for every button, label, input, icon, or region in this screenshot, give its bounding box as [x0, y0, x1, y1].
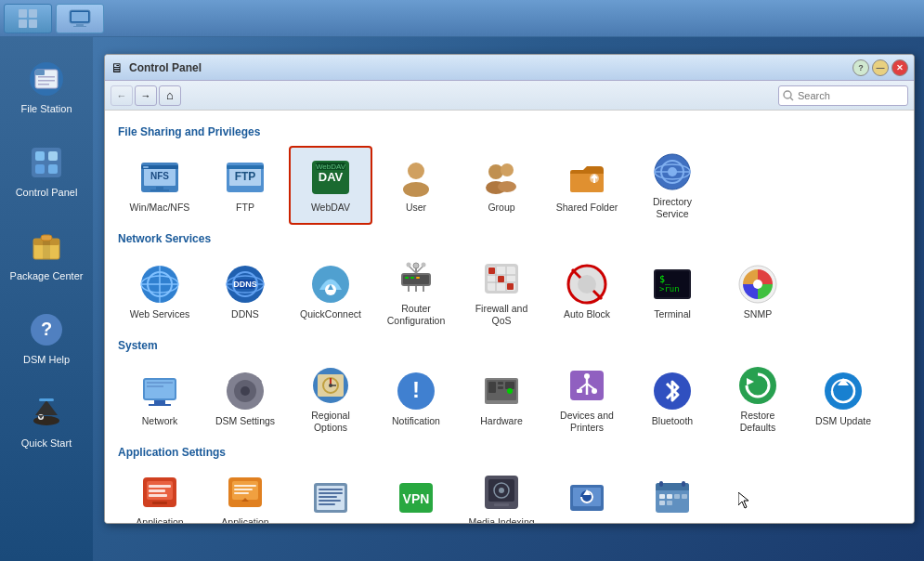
svg-rect-133: [505, 382, 514, 389]
app-icon-hardware[interactable]: Hardware: [460, 359, 543, 438]
svg-rect-3: [29, 20, 37, 28]
app-icon-terminal[interactable]: $_ >run Terminal: [631, 253, 714, 332]
svg-rect-36: [156, 187, 163, 189]
minimize-button[interactable]: —: [872, 59, 889, 76]
back-button[interactable]: ←: [111, 85, 133, 106]
app-icon-dsm-settings[interactable]: DSM Settings: [203, 359, 287, 438]
app-icon-restore-defaults[interactable]: Restore Defaults: [716, 359, 800, 438]
app-icon-snmp[interactable]: SNMP: [716, 253, 800, 332]
sidebar-item-package-center[interactable]: Package Center: [5, 214, 88, 293]
app-icon-web-services[interactable]: Web Services: [118, 253, 202, 332]
file-station-icon: [26, 59, 67, 99]
app-icon-auto-block[interactable]: Auto Block: [545, 253, 629, 332]
application-settings-grid: Application Privileges A: [118, 466, 901, 523]
svg-rect-153: [152, 502, 167, 504]
app-icon-app-privileges[interactable]: Application Privileges: [118, 466, 202, 523]
app-portal-icon: [225, 472, 266, 513]
svg-rect-10: [35, 70, 45, 75]
titlebar-icon: 🖥: [111, 60, 124, 75]
svg-rect-74: [403, 275, 429, 284]
search-icon: [783, 90, 794, 101]
svg-text:NFS: NFS: [150, 171, 169, 181]
app-icon-winmac[interactable]: NFS Win/Mac/NFS: [118, 146, 202, 225]
app-label: Shared Folder: [556, 202, 618, 214]
app-icon-regional-options[interactable]: Regional Options: [289, 359, 372, 438]
app-label: WebDAV: [311, 202, 350, 214]
taskbar-grid-btn[interactable]: [4, 4, 52, 33]
svg-rect-183: [667, 494, 672, 499]
app-label: DDNS: [231, 308, 259, 320]
help-button[interactable]: ?: [852, 59, 869, 76]
close-button[interactable]: ✕: [891, 59, 908, 76]
app-icon-shared-folder[interactable]: Shared Folder: [545, 146, 629, 225]
group-icon: [481, 157, 522, 198]
network-services-grid: Web Services DDNS DDNS: [118, 253, 901, 332]
svg-rect-94: [498, 276, 504, 282]
svg-rect-17: [35, 164, 45, 174]
app-icon-devices-printers[interactable]: Devices and Printers: [545, 359, 629, 438]
svg-point-48: [403, 182, 429, 197]
regional-options-icon: [310, 365, 351, 406]
sidebar-item-quick-start[interactable]: Quick Start: [5, 381, 88, 460]
auto-block-icon: [566, 264, 607, 305]
forward-button[interactable]: →: [135, 85, 157, 106]
app-icon-webdav[interactable]: DAV WebDAV WebDAV: [289, 146, 372, 225]
app-icon-vpn[interactable]: VPN VPN: [374, 466, 458, 523]
svg-rect-35: [143, 166, 149, 168]
search-box[interactable]: [778, 85, 908, 106]
app-label: SNMP: [744, 308, 772, 320]
svg-point-104: [753, 280, 762, 289]
svg-rect-29: [39, 398, 54, 401]
app-icon-app-portal[interactable]: Application Portal: [203, 466, 287, 523]
svg-text:WebDAV: WebDAV: [316, 163, 346, 171]
vpn-icon: VPN: [396, 477, 436, 518]
sidebar-item-file-station[interactable]: File Station: [5, 46, 88, 125]
network-backup-icon: [566, 477, 607, 518]
svg-rect-22: [41, 235, 52, 241]
svg-rect-21: [43, 239, 50, 259]
app-label: FTP: [236, 202, 254, 214]
svg-rect-117: [256, 389, 264, 393]
sidebar-item-dsm-help[interactable]: ? DSM Help: [5, 297, 88, 376]
home-button[interactable]: ⌂: [159, 85, 181, 106]
app-icon-syslog[interactable]: Syslog: [289, 466, 372, 523]
app-icon-group[interactable]: Group: [460, 146, 543, 225]
app-icon-router-config[interactable]: Router Configuration: [374, 253, 458, 332]
section-title-network-services: Network Services: [118, 232, 901, 245]
sidebar-item-control-panel[interactable]: Control Panel: [5, 130, 88, 209]
svg-rect-41: [227, 165, 264, 169]
svg-rect-82: [410, 277, 414, 279]
app-icon-bluetooth[interactable]: Bluetooth: [631, 359, 714, 438]
app-icon-ddns[interactable]: DDNS DDNS: [203, 253, 287, 332]
svg-text:DAV: DAV: [319, 170, 344, 184]
app-icon-quickconnect[interactable]: QuickConnect: [289, 253, 372, 332]
app-icon-network[interactable]: Network: [118, 359, 202, 438]
svg-point-52: [498, 181, 516, 192]
app-icon-dsm-update[interactable]: DSM Update: [801, 359, 885, 438]
snmp-icon: [737, 264, 778, 305]
notification-icon: !: [396, 371, 436, 411]
app-icon-notification[interactable]: ! Notification: [374, 359, 458, 438]
app-icon-network-backup[interactable]: Network Backup: [545, 466, 629, 523]
svg-rect-7: [73, 26, 86, 27]
restore-defaults-icon: [737, 365, 778, 406]
app-icon-media-indexing[interactable]: Media Indexing Service: [460, 466, 543, 523]
toolbar: ← → ⌂: [105, 81, 914, 111]
search-input[interactable]: [798, 90, 900, 101]
app-icon-directory-service[interactable]: Directory Service: [631, 146, 714, 225]
section-title-app-settings: Application Settings: [118, 446, 901, 459]
svg-rect-110: [147, 385, 163, 387]
app-icon-ftp[interactable]: FTP FTP: [203, 146, 287, 225]
svg-rect-5: [72, 12, 88, 21]
svg-rect-2: [19, 20, 27, 28]
app-label: Task Scheduler: [639, 522, 706, 523]
dsm-settings-icon: [225, 371, 266, 411]
svg-rect-15: [35, 151, 45, 161]
svg-text:!: !: [412, 377, 420, 402]
web-services-icon: [139, 264, 180, 305]
app-icon-task-scheduler[interactable]: Task Scheduler: [631, 466, 714, 523]
system-grid: Network: [118, 359, 901, 438]
taskbar-monitor-btn[interactable]: [56, 4, 104, 33]
app-icon-firewall-qos[interactable]: Firewall and QoS: [460, 253, 543, 332]
app-icon-user[interactable]: User: [374, 146, 458, 225]
